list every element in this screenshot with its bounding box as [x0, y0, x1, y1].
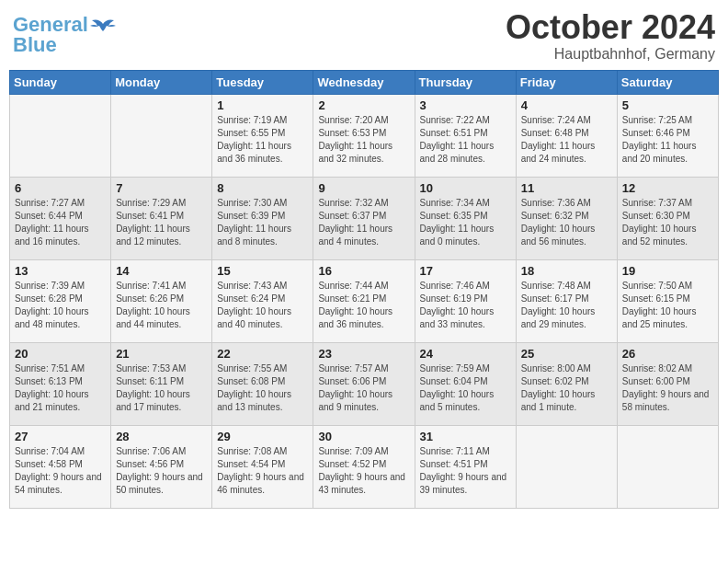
day-of-week-header: Wednesday	[313, 70, 415, 94]
calendar-week-row: 1Sunrise: 7:19 AMSunset: 6:55 PMDaylight…	[10, 94, 719, 177]
day-info: Sunrise: 7:39 AMSunset: 6:28 PMDaylight:…	[15, 280, 106, 331]
calendar-week-row: 27Sunrise: 7:04 AMSunset: 4:58 PMDayligh…	[10, 425, 719, 508]
logo-text: GeneralBlue	[13, 15, 88, 55]
day-info: Sunrise: 7:55 AMSunset: 6:08 PMDaylight:…	[217, 362, 308, 414]
calendar-week-row: 6Sunrise: 7:27 AMSunset: 6:44 PMDaylight…	[10, 177, 719, 259]
day-number: 17	[420, 264, 511, 278]
day-info: Sunrise: 7:19 AMSunset: 6:55 PMDaylight:…	[217, 114, 308, 166]
day-info: Sunrise: 7:48 AMSunset: 6:17 PMDaylight:…	[521, 280, 612, 331]
calendar-day-cell: 8Sunrise: 7:30 AMSunset: 6:39 PMDaylight…	[212, 177, 313, 259]
calendar-table: SundayMondayTuesdayWednesdayThursdayFrid…	[9, 70, 719, 509]
calendar-day-cell: 12Sunrise: 7:37 AMSunset: 6:30 PMDayligh…	[617, 177, 718, 259]
calendar-day-cell: 19Sunrise: 7:50 AMSunset: 6:15 PMDayligh…	[617, 259, 718, 342]
day-number: 31	[420, 430, 511, 443]
day-info: Sunrise: 7:06 AMSunset: 4:56 PMDaylight:…	[116, 445, 207, 497]
day-number: 9	[318, 181, 409, 195]
day-number: 6	[15, 181, 106, 195]
calendar-day-cell: 5Sunrise: 7:25 AMSunset: 6:46 PMDaylight…	[617, 94, 718, 177]
calendar-day-cell: 27Sunrise: 7:04 AMSunset: 4:58 PMDayligh…	[10, 425, 111, 508]
day-number: 28	[116, 430, 207, 443]
calendar-day-cell: 9Sunrise: 7:32 AMSunset: 6:37 PMDaylight…	[313, 177, 415, 259]
day-number: 1	[217, 98, 308, 112]
calendar-day-cell: 18Sunrise: 7:48 AMSunset: 6:17 PMDayligh…	[516, 259, 617, 342]
logo-bird-icon	[90, 17, 116, 37]
calendar-day-cell: 26Sunrise: 8:02 AMSunset: 6:00 PMDayligh…	[617, 342, 718, 425]
location: Hauptbahnhof, Germany	[506, 46, 715, 63]
page-header: GeneralBlue October 2024 Hauptbahnhof, G…	[9, 9, 719, 63]
calendar-day-cell: 3Sunrise: 7:22 AMSunset: 6:51 PMDaylight…	[415, 94, 516, 177]
calendar-week-row: 20Sunrise: 7:51 AMSunset: 6:13 PMDayligh…	[10, 342, 719, 425]
day-info: Sunrise: 8:00 AMSunset: 6:02 PMDaylight:…	[521, 362, 612, 414]
calendar-day-cell: 6Sunrise: 7:27 AMSunset: 6:44 PMDaylight…	[10, 177, 111, 259]
day-info: Sunrise: 7:29 AMSunset: 6:41 PMDaylight:…	[116, 197, 207, 248]
day-of-week-header: Sunday	[10, 70, 111, 94]
day-info: Sunrise: 7:08 AMSunset: 4:54 PMDaylight:…	[217, 445, 308, 497]
calendar-day-cell: 1Sunrise: 7:19 AMSunset: 6:55 PMDaylight…	[212, 94, 313, 177]
day-info: Sunrise: 7:09 AMSunset: 4:52 PMDaylight:…	[318, 445, 409, 497]
day-info: Sunrise: 7:37 AMSunset: 6:30 PMDaylight:…	[622, 197, 713, 248]
day-number: 14	[116, 264, 207, 278]
day-number: 21	[116, 347, 207, 361]
calendar-day-cell: 15Sunrise: 7:43 AMSunset: 6:24 PMDayligh…	[212, 259, 313, 342]
day-info: Sunrise: 7:46 AMSunset: 6:19 PMDaylight:…	[420, 280, 511, 331]
day-info: Sunrise: 7:59 AMSunset: 6:04 PMDaylight:…	[420, 362, 511, 414]
calendar-day-cell: 20Sunrise: 7:51 AMSunset: 6:13 PMDayligh…	[10, 342, 111, 425]
calendar-day-cell: 4Sunrise: 7:24 AMSunset: 6:48 PMDaylight…	[516, 94, 617, 177]
day-of-week-header: Friday	[516, 70, 617, 94]
day-info: Sunrise: 7:36 AMSunset: 6:32 PMDaylight:…	[521, 197, 612, 248]
calendar-day-cell: 29Sunrise: 7:08 AMSunset: 4:54 PMDayligh…	[212, 425, 313, 508]
day-info: Sunrise: 7:53 AMSunset: 6:11 PMDaylight:…	[116, 362, 207, 414]
day-number: 11	[521, 181, 612, 195]
logo: GeneralBlue	[13, 15, 116, 55]
day-number: 22	[217, 347, 308, 361]
calendar-day-cell: 22Sunrise: 7:55 AMSunset: 6:08 PMDayligh…	[212, 342, 313, 425]
day-info: Sunrise: 7:27 AMSunset: 6:44 PMDaylight:…	[15, 197, 106, 248]
day-of-week-header: Thursday	[415, 70, 516, 94]
day-number: 5	[622, 98, 713, 112]
calendar-day-cell	[10, 94, 111, 177]
calendar-day-cell: 25Sunrise: 8:00 AMSunset: 6:02 PMDayligh…	[516, 342, 617, 425]
day-of-week-header: Saturday	[617, 70, 718, 94]
day-info: Sunrise: 7:57 AMSunset: 6:06 PMDaylight:…	[318, 362, 409, 414]
day-info: Sunrise: 7:20 AMSunset: 6:53 PMDaylight:…	[318, 114, 409, 166]
day-number: 26	[622, 347, 713, 361]
day-number: 29	[217, 430, 308, 443]
day-info: Sunrise: 7:43 AMSunset: 6:24 PMDaylight:…	[217, 280, 308, 331]
day-number: 23	[318, 347, 409, 361]
day-number: 20	[15, 347, 106, 361]
day-number: 15	[217, 264, 308, 278]
calendar-day-cell: 24Sunrise: 7:59 AMSunset: 6:04 PMDayligh…	[415, 342, 516, 425]
day-number: 16	[318, 264, 409, 278]
day-of-week-header: Tuesday	[212, 70, 313, 94]
calendar-header-row: SundayMondayTuesdayWednesdayThursdayFrid…	[10, 70, 719, 94]
day-info: Sunrise: 7:44 AMSunset: 6:21 PMDaylight:…	[318, 280, 409, 331]
calendar-day-cell: 14Sunrise: 7:41 AMSunset: 6:26 PMDayligh…	[111, 259, 212, 342]
day-info: Sunrise: 7:50 AMSunset: 6:15 PMDaylight:…	[622, 280, 713, 331]
day-info: Sunrise: 7:30 AMSunset: 6:39 PMDaylight:…	[217, 197, 308, 248]
day-number: 19	[622, 264, 713, 278]
day-info: Sunrise: 7:04 AMSunset: 4:58 PMDaylight:…	[15, 445, 106, 497]
day-number: 4	[521, 98, 612, 112]
day-of-week-header: Monday	[111, 70, 212, 94]
day-info: Sunrise: 7:32 AMSunset: 6:37 PMDaylight:…	[318, 197, 409, 248]
calendar-body: 1Sunrise: 7:19 AMSunset: 6:55 PMDaylight…	[10, 94, 719, 508]
day-number: 7	[116, 181, 207, 195]
calendar-day-cell: 10Sunrise: 7:34 AMSunset: 6:35 PMDayligh…	[415, 177, 516, 259]
calendar-day-cell: 30Sunrise: 7:09 AMSunset: 4:52 PMDayligh…	[313, 425, 415, 508]
calendar-day-cell: 23Sunrise: 7:57 AMSunset: 6:06 PMDayligh…	[313, 342, 415, 425]
calendar-day-cell: 11Sunrise: 7:36 AMSunset: 6:32 PMDayligh…	[516, 177, 617, 259]
day-number: 30	[318, 430, 409, 443]
day-number: 13	[15, 264, 106, 278]
day-info: Sunrise: 7:11 AMSunset: 4:51 PMDaylight:…	[420, 445, 511, 497]
calendar-day-cell: 2Sunrise: 7:20 AMSunset: 6:53 PMDaylight…	[313, 94, 415, 177]
calendar-day-cell	[617, 425, 718, 508]
day-number: 8	[217, 181, 308, 195]
title-area: October 2024 Hauptbahnhof, Germany	[506, 9, 715, 63]
day-number: 18	[521, 264, 612, 278]
day-info: Sunrise: 7:24 AMSunset: 6:48 PMDaylight:…	[521, 114, 612, 166]
calendar-day-cell	[516, 425, 617, 508]
calendar-day-cell: 17Sunrise: 7:46 AMSunset: 6:19 PMDayligh…	[415, 259, 516, 342]
calendar-day-cell: 16Sunrise: 7:44 AMSunset: 6:21 PMDayligh…	[313, 259, 415, 342]
day-info: Sunrise: 7:34 AMSunset: 6:35 PMDaylight:…	[420, 197, 511, 248]
day-info: Sunrise: 7:22 AMSunset: 6:51 PMDaylight:…	[420, 114, 511, 166]
